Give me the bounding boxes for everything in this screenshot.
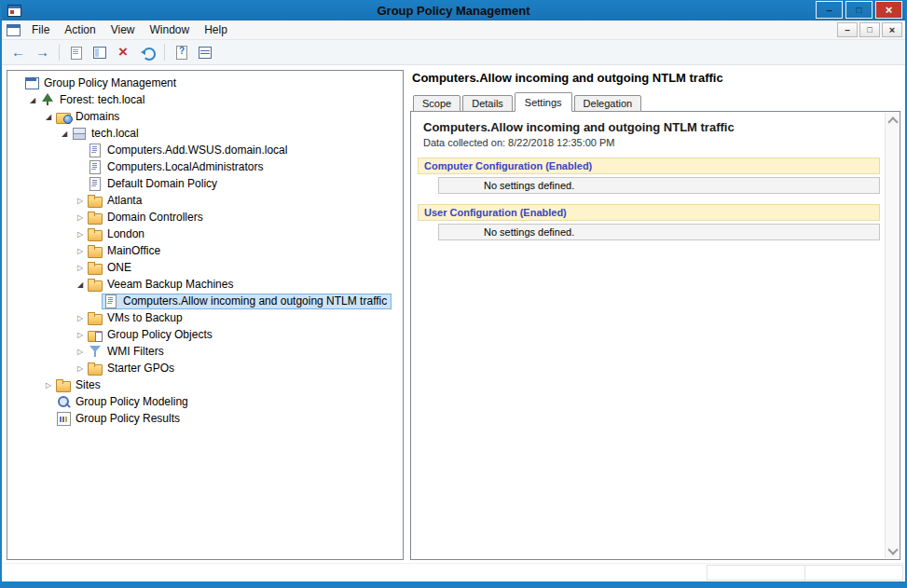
expand-icon[interactable] xyxy=(75,314,86,322)
menu-help[interactable]: Help xyxy=(197,21,235,38)
tree-item-label: London xyxy=(107,227,144,240)
scroll-up-icon[interactable] xyxy=(886,113,899,128)
tree-item-body[interactable]: VMs to Backup xyxy=(86,310,187,326)
expand-icon[interactable] xyxy=(75,331,86,339)
tree-item[interactable]: tech.local xyxy=(7,125,403,142)
console-tree-pane[interactable]: Group Policy ManagementForest: tech.loca… xyxy=(7,70,404,560)
tree-item[interactable]: Domain Controllers xyxy=(7,209,403,226)
tree-item[interactable]: Group Policy Management xyxy=(7,75,403,91)
tree-item[interactable]: Forest: tech.local xyxy=(7,91,403,108)
mdi-restore-button[interactable] xyxy=(859,22,880,37)
expand-icon[interactable] xyxy=(75,213,86,222)
tree-item[interactable]: Computers.Add.WSUS.domain.local xyxy=(7,142,403,158)
tree-item-body[interactable]: Domain Controllers xyxy=(86,210,208,226)
section-banner[interactable]: User Configuration (Enabled) xyxy=(418,204,880,221)
minimize-button[interactable] xyxy=(816,1,843,19)
tree-item-body[interactable]: Default Domain Policy xyxy=(86,176,222,192)
mdi-close-button[interactable] xyxy=(882,22,902,37)
tree-item-body[interactable]: Computers.Allow incoming and outgoing NT… xyxy=(102,294,392,309)
results-icon xyxy=(56,412,71,425)
tree-item-label: Computers.LocalAdministrators xyxy=(107,160,263,173)
expand-icon[interactable] xyxy=(75,197,86,205)
tree-item[interactable]: Atlanta xyxy=(7,192,403,209)
tree-item-body[interactable]: Forest: tech.local xyxy=(38,92,149,108)
tree-item[interactable]: Group Policy Results xyxy=(7,410,403,427)
collapse-icon[interactable] xyxy=(27,96,38,104)
expand-icon[interactable] xyxy=(75,230,86,239)
tree-item-body[interactable]: London xyxy=(86,226,149,242)
show-console-tree-button[interactable] xyxy=(89,43,110,62)
tree-item-body[interactable]: Group Policy Results xyxy=(54,411,185,427)
menu-action[interactable]: Action xyxy=(57,21,103,38)
ou-icon xyxy=(88,194,103,207)
forest-icon xyxy=(40,93,55,106)
tree-item[interactable]: Domains xyxy=(7,108,403,125)
tree-item-label: Atlanta xyxy=(107,194,142,207)
tree-item[interactable]: ONE xyxy=(7,259,403,276)
tree-item[interactable]: Starter GPOs xyxy=(7,360,403,376)
tree-item-body[interactable]: Computers.LocalAdministrators xyxy=(86,159,268,175)
tree-item-body[interactable]: Group Policy Modeling xyxy=(54,394,193,410)
maximize-button[interactable] xyxy=(845,1,873,19)
tree-item[interactable]: Group Policy Objects xyxy=(7,326,403,343)
tree-item-label: ONE xyxy=(107,261,131,274)
ou-icon xyxy=(88,244,103,257)
tree-item-body[interactable]: Computers.Add.WSUS.domain.local xyxy=(86,143,292,158)
expand-icon[interactable] xyxy=(75,264,86,272)
collapse-icon[interactable] xyxy=(75,280,86,289)
tree-item[interactable]: Group Policy Modeling xyxy=(7,393,403,410)
mdi-minimize-button[interactable] xyxy=(837,22,858,37)
section-banner[interactable]: Computer Configuration (Enabled) xyxy=(418,157,880,174)
tree-item-body[interactable]: ONE xyxy=(86,260,136,276)
tree-item-body[interactable]: Group Policy Objects xyxy=(86,327,217,343)
status-bar xyxy=(2,563,905,581)
tree-item-label: Domain Controllers xyxy=(107,211,203,224)
export-list-button[interactable] xyxy=(65,43,86,62)
tab-delegation[interactable]: Delegation xyxy=(574,95,642,112)
tree-item-body[interactable]: Domains xyxy=(54,109,124,125)
tree-item-body[interactable]: Sites xyxy=(54,377,105,393)
tree-item[interactable]: Computers.Allow incoming and outgoing NT… xyxy=(7,293,403,309)
tree-item-body[interactable]: Veeam Backup Machines xyxy=(86,277,238,293)
tree-item-body[interactable]: tech.local xyxy=(70,126,144,142)
tree-item[interactable]: MainOffice xyxy=(7,242,403,259)
wmi-icon xyxy=(88,345,103,358)
help-button[interactable] xyxy=(171,43,191,62)
expand-icon[interactable] xyxy=(75,364,86,373)
forward-button[interactable] xyxy=(33,43,53,62)
menu-window[interactable]: Window xyxy=(143,21,198,38)
status-pane xyxy=(707,565,805,581)
tree-item[interactable]: London xyxy=(7,226,403,242)
tab-details[interactable]: Details xyxy=(462,95,513,112)
tree-item-body[interactable]: Starter GPOs xyxy=(86,361,179,376)
tree-item[interactable]: Veeam Backup Machines xyxy=(7,276,403,293)
tree-item-body[interactable]: Atlanta xyxy=(86,193,146,209)
tab-scope[interactable]: Scope xyxy=(413,95,460,112)
expand-icon[interactable] xyxy=(43,381,54,390)
tree-item[interactable]: Default Domain Policy xyxy=(7,175,403,192)
tree-item[interactable]: Computers.LocalAdministrators xyxy=(7,158,403,175)
tree-item[interactable]: Sites xyxy=(7,376,403,393)
tree-item[interactable]: VMs to Backup xyxy=(7,309,403,326)
menu-file[interactable]: File xyxy=(24,21,57,38)
collapse-icon[interactable] xyxy=(59,130,70,138)
report-scrollbar[interactable] xyxy=(885,113,899,558)
expand-icon[interactable] xyxy=(75,348,86,356)
view-panes-button[interactable] xyxy=(195,43,215,62)
menu-view[interactable]: View xyxy=(103,21,143,38)
details-pane: Computers.Allow incoming and outgoing NT… xyxy=(410,70,900,560)
expand-icon[interactable] xyxy=(75,247,86,255)
tree-item[interactable]: WMI Filters xyxy=(7,343,403,360)
back-button[interactable] xyxy=(8,43,29,62)
close-button[interactable] xyxy=(875,1,902,19)
tree-item-body[interactable]: WMI Filters xyxy=(86,344,169,360)
delete-button[interactable] xyxy=(114,43,134,62)
scroll-down-icon[interactable] xyxy=(886,543,899,558)
tree-item-body[interactable]: Group Policy Management xyxy=(22,75,181,91)
tree-item-body[interactable]: MainOffice xyxy=(86,243,165,259)
title-bar[interactable]: Group Policy Management xyxy=(2,0,905,21)
collapse-icon[interactable] xyxy=(43,113,54,121)
tab-settings[interactable]: Settings xyxy=(515,92,572,112)
refresh-button[interactable] xyxy=(138,43,158,62)
delete-x-icon xyxy=(117,46,131,60)
